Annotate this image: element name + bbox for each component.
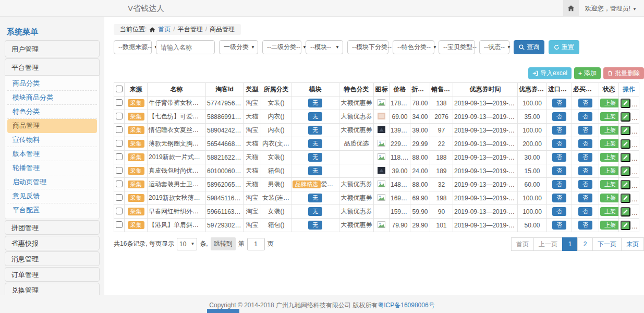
must-buy-toggle-button[interactable]: 否 <box>578 221 592 230</box>
import-toggle-button[interactable]: 否 <box>552 166 566 175</box>
cell-coupon-time: 2019-09-13—2019-09-17 <box>453 191 518 205</box>
must-buy-toggle-button[interactable]: 否 <box>578 99 592 107</box>
edit-button[interactable] <box>621 112 630 122</box>
must-buy-toggle-button[interactable]: 否 <box>578 126 592 135</box>
must-buy-toggle-button[interactable]: 否 <box>578 139 592 148</box>
import-toggle-button[interactable]: 否 <box>552 126 566 135</box>
edit-button[interactable] <box>621 180 630 189</box>
sidebar-item-link[interactable]: 特色分类 <box>7 105 97 119</box>
sidebar-group[interactable]: 兑换管理 <box>5 283 100 295</box>
status-button[interactable]: 上架 <box>600 99 619 107</box>
row-checkbox[interactable] <box>116 180 123 187</box>
row-checkbox[interactable] <box>116 221 123 228</box>
must-buy-toggle-button[interactable]: 否 <box>578 112 592 121</box>
sidebar-item-link[interactable]: 意见反馈 <box>7 189 97 203</box>
filter-select[interactable]: --特色分类--▼ <box>393 40 434 54</box>
edit-button[interactable] <box>621 99 630 108</box>
filter-select[interactable]: --状态--▼ <box>479 40 509 54</box>
sidebar-group[interactable]: 省惠快报 <box>5 236 100 250</box>
filter-select[interactable]: --宝贝类型--▼ <box>439 40 475 54</box>
import-toggle-button[interactable]: 否 <box>552 112 566 121</box>
cell-category: 女装() <box>261 97 291 110</box>
status-button[interactable]: 上架 <box>600 194 619 202</box>
per-page-select[interactable]: 10 ▼ <box>177 238 197 250</box>
edit-button[interactable] <box>621 153 630 162</box>
home-button[interactable] <box>563 0 579 17</box>
jump-to-button[interactable]: 跳转到 <box>211 237 236 250</box>
must-buy-toggle-button[interactable]: 否 <box>578 194 592 202</box>
edit-button[interactable] <box>621 139 630 149</box>
edit-button[interactable] <box>621 221 630 230</box>
import-toggle-button[interactable]: 否 <box>552 99 566 107</box>
row-checkbox[interactable] <box>116 208 123 214</box>
sidebar-item-link[interactable]: 启动页管理 <box>7 175 97 189</box>
breadcrumb-home-link[interactable]: 首页 <box>158 24 171 35</box>
name-search-input[interactable] <box>156 40 215 54</box>
row-checkbox[interactable] <box>116 99 123 106</box>
edit-button[interactable] <box>621 166 630 176</box>
add-button[interactable]: + 添加 <box>574 67 601 79</box>
edit-button[interactable] <box>621 126 630 135</box>
status-button[interactable]: 上架 <box>600 153 619 162</box>
user-menu[interactable]: 欢迎您，管理员!▼ <box>579 4 644 13</box>
must-buy-toggle-button[interactable]: 否 <box>578 153 592 162</box>
filter-select[interactable]: --模块--▼ <box>306 40 343 54</box>
row-checkbox[interactable] <box>116 126 123 133</box>
status-button[interactable]: 上架 <box>600 207 619 216</box>
import-toggle-button[interactable]: 否 <box>552 139 566 148</box>
import-toggle-button[interactable]: 否 <box>552 221 566 230</box>
sidebar-group[interactable]: 拼团管理 <box>5 220 100 235</box>
cell-type: 淘宝 <box>244 191 261 205</box>
status-button[interactable]: 上架 <box>600 180 619 189</box>
row-checkbox[interactable] <box>116 113 123 119</box>
sidebar-item-link[interactable]: 轮播管理 <box>7 161 97 175</box>
status-button[interactable]: 上架 <box>600 126 619 135</box>
filter-select[interactable]: --二级分类--▼ <box>262 40 301 54</box>
must-buy-toggle-button[interactable]: 否 <box>578 207 592 216</box>
sidebar-group[interactable]: 订单管理 <box>5 267 100 282</box>
select-all-checkbox[interactable] <box>116 86 123 92</box>
sidebar-item-link[interactable]: 商品分类 <box>7 77 97 91</box>
reset-button[interactable]: 重置 <box>549 40 579 54</box>
status-button[interactable]: 上架 <box>600 166 619 175</box>
page-button[interactable]: 下一页 <box>592 237 622 251</box>
page-button[interactable]: 末页 <box>621 237 644 251</box>
row-checkbox[interactable] <box>116 140 123 147</box>
must-buy-toggle-button[interactable]: 否 <box>578 180 592 189</box>
batch-delete-button[interactable]: 批量删除 <box>603 67 644 79</box>
sidebar-item-link[interactable]: 宣传物料 <box>7 133 97 147</box>
page-button[interactable]: 上一页 <box>533 237 563 251</box>
row-checkbox[interactable] <box>116 167 123 174</box>
filter-select[interactable]: 一级分类▼ <box>219 40 258 54</box>
page-button[interactable]: 1 <box>562 237 578 251</box>
sidebar-item-link[interactable]: 版本管理 <box>7 147 97 161</box>
page-button[interactable]: 首页 <box>511 237 534 251</box>
filter-select[interactable]: --模块下分类--▼ <box>347 40 388 54</box>
sidebar-group[interactable]: 消息管理 <box>5 251 100 266</box>
row-checkbox[interactable] <box>116 194 123 201</box>
status-button[interactable]: 上架 <box>600 221 619 230</box>
status-button[interactable]: 上架 <box>600 112 619 121</box>
import-toggle-button[interactable]: 否 <box>552 207 566 216</box>
must-buy-toggle-button[interactable]: 否 <box>578 166 592 175</box>
sidebar-item-link[interactable]: 模块商品分类 <box>7 91 97 105</box>
import-toggle-button[interactable]: 否 <box>552 153 566 162</box>
import-toggle-button[interactable]: 否 <box>552 194 566 202</box>
import-excel-button[interactable]: 导入excel <box>528 67 572 79</box>
filter-select[interactable]: --数据来源--▼ <box>114 40 152 54</box>
page-number-input[interactable] <box>247 238 265 250</box>
status-button[interactable]: 上架 <box>600 139 619 148</box>
cell-icon <box>374 151 390 164</box>
sidebar-item-link[interactable]: 平台配置 <box>7 203 97 218</box>
import-toggle-button[interactable]: 否 <box>552 180 566 189</box>
edit-button[interactable] <box>621 194 630 203</box>
icp-link[interactable]: 粤ICP备16098006号 <box>378 302 434 309</box>
page-button[interactable]: 2 <box>577 237 593 251</box>
edit-button[interactable] <box>621 207 630 216</box>
products-table-wrapper: 来源名称淘客Id类型所属分类模块特色分类图标价格折后价销售数量优惠券时间优惠券金… <box>114 82 639 232</box>
sidebar-item-active[interactable]: 商品管理 <box>7 119 97 133</box>
sidebar-group-users[interactable]: 用户管理 <box>5 40 100 57</box>
search-button[interactable]: 查询 <box>514 40 544 54</box>
row-checkbox[interactable] <box>116 153 123 160</box>
sidebar-group-platform[interactable]: 平台管理 <box>5 58 100 76</box>
